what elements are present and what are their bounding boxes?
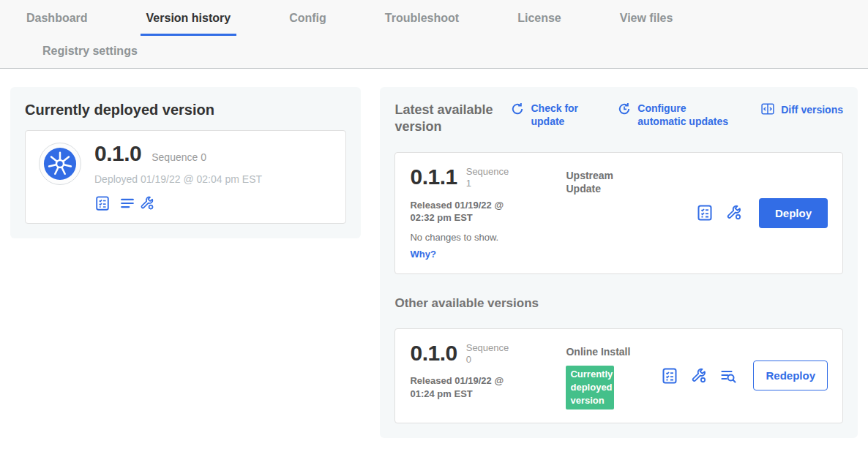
other-release-card: 0.1.0 Sequence 0 Released 01/19/22 @ 01:… bbox=[394, 328, 843, 424]
deploy-logs-icon[interactable] bbox=[119, 195, 135, 211]
other-sequence-label: Sequence 0 bbox=[466, 342, 512, 366]
available-versions-panel: Latest available version Check for updat… bbox=[380, 87, 858, 438]
tab-dashboard[interactable]: Dashboard bbox=[20, 0, 94, 36]
nav-row-1: Dashboard Version history Config Trouble… bbox=[0, 0, 868, 36]
other-source-column: Online Install Currently deployed versio… bbox=[566, 345, 648, 410]
deployed-version-info: 0.1.0 Sequence 0 Deployed 01/19/22 @ 02:… bbox=[94, 143, 262, 211]
latest-release-card: 0.1.1 Sequence 1 Released 01/19/22 @ 02:… bbox=[394, 152, 843, 274]
other-version-number: 0.1.0 bbox=[410, 342, 457, 364]
clock-refresh-icon bbox=[617, 102, 632, 116]
other-release-info: 0.1.0 Sequence 0 Released 01/19/22 @ 01:… bbox=[410, 342, 553, 401]
nav-row-2: Registry settings bbox=[0, 36, 868, 68]
app-nav: Dashboard Version history Config Trouble… bbox=[0, 0, 868, 69]
release-notes-icon[interactable] bbox=[661, 367, 678, 385]
currently-deployed-panel: Currently deployed version bbox=[10, 87, 361, 238]
check-for-update-link[interactable]: Check for update bbox=[510, 102, 589, 128]
deploy-button[interactable]: Deploy bbox=[759, 198, 828, 228]
redeploy-button[interactable]: Redeploy bbox=[753, 361, 828, 390]
deployed-version-card: 0.1.0 Sequence 0 Deployed 01/19/22 @ 02:… bbox=[25, 130, 346, 224]
refresh-icon bbox=[510, 102, 525, 116]
version-history-page: Currently deployed version bbox=[0, 69, 868, 456]
latest-source-label: Upstream Update bbox=[566, 169, 648, 195]
tab-troubleshoot[interactable]: Troubleshoot bbox=[379, 0, 465, 36]
configure-automatic-updates-link[interactable]: Configure automatic updates bbox=[617, 102, 733, 128]
other-source-label: Online Install bbox=[566, 345, 648, 358]
latest-sequence-label: Sequence 1 bbox=[466, 166, 512, 190]
why-link[interactable]: Why? bbox=[410, 249, 435, 260]
latest-release-info: 0.1.1 Sequence 1 Released 01/19/22 @ 02:… bbox=[410, 166, 553, 260]
release-notes-icon[interactable] bbox=[696, 204, 714, 222]
other-released-timestamp: Released 01/19/22 @ 01:24 pm EST bbox=[410, 374, 528, 400]
release-notes-icon[interactable] bbox=[94, 195, 111, 211]
currently-deployed-badge: Currently deployed version bbox=[566, 366, 614, 410]
tab-license[interactable]: License bbox=[512, 0, 567, 36]
edit-config-icon[interactable] bbox=[139, 195, 155, 211]
tab-registry-settings[interactable]: Registry settings bbox=[37, 36, 143, 68]
edit-config-icon[interactable] bbox=[690, 367, 708, 385]
diff-versions-link[interactable]: Diff versions bbox=[760, 102, 843, 116]
deployed-timestamp: Deployed 01/19/22 @ 02:04 pm EST bbox=[94, 173, 262, 185]
latest-released-timestamp: Released 01/19/22 @ 02:32 pm EST bbox=[410, 199, 528, 224]
deployed-sequence-label: Sequence 0 bbox=[151, 151, 206, 163]
tab-view-files[interactable]: View files bbox=[614, 0, 679, 36]
kubernetes-app-icon bbox=[39, 143, 81, 185]
preflight-checks-icon[interactable] bbox=[719, 367, 737, 385]
latest-version-number: 0.1.1 bbox=[410, 166, 457, 188]
edit-config-icon[interactable] bbox=[725, 204, 743, 222]
tab-config[interactable]: Config bbox=[283, 0, 332, 36]
deployed-version-number: 0.1.0 bbox=[94, 143, 141, 165]
currently-deployed-title: Currently deployed version bbox=[25, 102, 346, 118]
diff-icon bbox=[760, 102, 775, 116]
tab-version-history[interactable]: Version history bbox=[141, 0, 237, 36]
latest-available-title: Latest available version bbox=[394, 102, 504, 135]
no-changes-text: No changes to show. bbox=[410, 232, 553, 243]
other-versions-title: Other available versions bbox=[394, 296, 843, 311]
